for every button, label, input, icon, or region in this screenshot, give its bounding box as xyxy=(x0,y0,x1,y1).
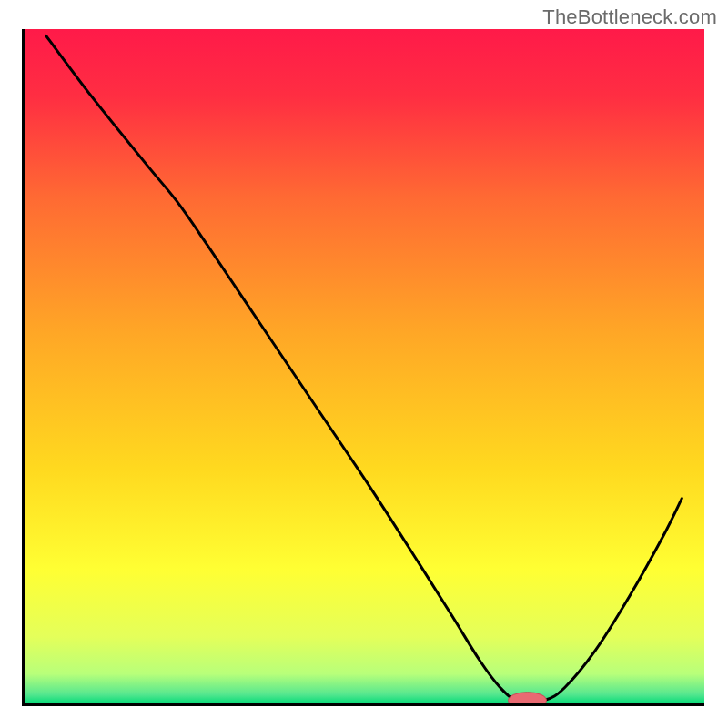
bottleneck-chart xyxy=(0,0,728,728)
gradient-background xyxy=(24,29,704,704)
